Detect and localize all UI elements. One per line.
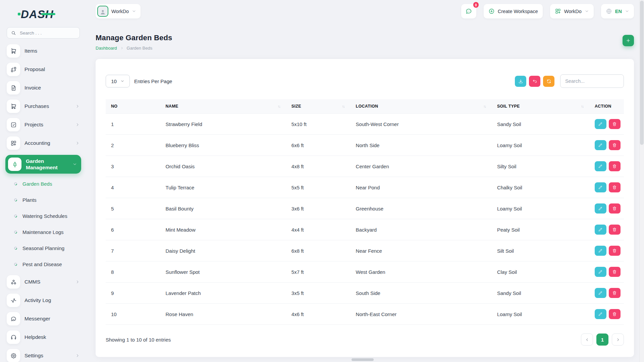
edit-row-button[interactable]: [595, 182, 606, 192]
cell-name: Strawberry Field: [162, 114, 288, 135]
trash-icon: [612, 185, 617, 190]
sort-icon[interactable]: ↑↓: [342, 104, 349, 108]
column-header-location[interactable]: LOCATION↑↓: [353, 99, 494, 114]
cell-location: Near Fence: [353, 240, 494, 261]
cell-soil-type: Clay Soil: [494, 261, 591, 283]
sidebar-search-input[interactable]: [19, 30, 75, 36]
sidebar-item-helpdesk[interactable]: Helpdesk: [7, 330, 80, 344]
edit-row-button[interactable]: [595, 140, 606, 150]
pagination-page-1[interactable]: 1: [596, 334, 608, 346]
sidebar-item-garden-management[interactable]: Garden Management: [5, 155, 81, 174]
sidebar-search: [7, 27, 80, 39]
messages-button[interactable]: 0: [461, 4, 476, 18]
sidebar-subitem-maintenance-logs[interactable]: Maintenance Logs: [14, 227, 80, 237]
delete-row-button[interactable]: [609, 182, 621, 192]
delete-row-button[interactable]: [609, 267, 621, 277]
cell-size: 3x5 ft: [288, 283, 353, 304]
table-row-blueberry-bliss: 2Blueberry Bliss6x6 ftNorth SideLoamy So…: [106, 135, 624, 156]
delete-row-button[interactable]: [609, 140, 621, 150]
sidebar-item-settings[interactable]: Settings: [7, 349, 80, 362]
language-selector[interactable]: EN: [601, 4, 634, 18]
edit-row-button[interactable]: [595, 309, 606, 319]
edit-row-button[interactable]: [595, 288, 606, 298]
column-header-soil-type[interactable]: SOIL TYPE↑↓: [494, 99, 591, 114]
delete-row-button[interactable]: [609, 161, 621, 171]
trash-icon: [612, 164, 617, 169]
horizontal-scrollbar-thumb[interactable]: [352, 358, 374, 361]
delete-row-button[interactable]: [609, 119, 621, 129]
cell-soil-type: Loamy Soil: [494, 304, 591, 325]
create-workspace-button[interactable]: Create Workspace: [484, 4, 543, 18]
app-switcher-button[interactable]: WorkDo: [550, 4, 594, 18]
sidebar-subitem-plants[interactable]: Plants: [14, 195, 80, 205]
delete-row-button[interactable]: [609, 309, 621, 319]
reset-button[interactable]: [529, 76, 540, 87]
sidebar-item-purchases[interactable]: Purchases: [7, 100, 80, 113]
bullet-icon: [13, 262, 18, 266]
breadcrumb-dashboard-link[interactable]: Dashboard: [96, 46, 117, 51]
sidebar-item-messenger[interactable]: Messenger: [7, 312, 80, 325]
sidebar-item-accounting[interactable]: Accounting: [7, 136, 80, 150]
sidebar-item-activity-log[interactable]: Activity Log: [7, 294, 80, 307]
page-title: Manage Garden Beds: [96, 34, 172, 42]
cell-name: Tulip Terrace: [162, 177, 288, 198]
chevron-right-icon: [75, 104, 80, 109]
edit-row-button[interactable]: [595, 225, 606, 235]
plus-circle-icon: [488, 8, 495, 14]
table-search-input[interactable]: [560, 74, 624, 88]
sidebar-item-invoice[interactable]: Invoice: [7, 81, 80, 95]
refresh-button[interactable]: [543, 76, 554, 87]
delete-row-button[interactable]: [609, 225, 621, 235]
edit-row-button[interactable]: [595, 246, 606, 256]
sidebar-submenu: Garden BedsPlantsWatering SchedulesMaint…: [7, 179, 80, 269]
entries-per-page-label: Entries Per Page: [134, 78, 172, 84]
cell-no: 9: [106, 283, 162, 304]
column-header-name[interactable]: NAME↑↓: [162, 99, 288, 114]
column-header-no: NO: [106, 99, 162, 114]
edit-row-button[interactable]: [595, 203, 606, 214]
delete-row-button[interactable]: [609, 203, 621, 214]
row-actions: [595, 267, 621, 277]
sidebar-subitem-garden-beds[interactable]: Garden Beds: [14, 179, 80, 189]
cell-no: 7: [106, 240, 162, 261]
cell-soil-type: Sandy Soil: [494, 283, 591, 304]
cell-soil-type: Silty Soil: [494, 156, 591, 177]
edit-row-button[interactable]: [595, 161, 606, 171]
sort-icon[interactable]: ↑↓: [278, 104, 285, 108]
column-header-size[interactable]: SIZE↑↓: [288, 99, 353, 114]
cell-location: Near Pond: [353, 177, 494, 198]
sort-icon[interactable]: ↑↓: [581, 104, 588, 108]
add-garden-bed-button[interactable]: [623, 35, 634, 46]
pagination-prev-button[interactable]: [581, 334, 593, 346]
chevron-right-icon: [75, 122, 80, 127]
cell-size: 3x6 ft: [288, 198, 353, 219]
sidebar-item-projects[interactable]: Projects: [7, 118, 80, 131]
pagination-next-button[interactable]: [612, 334, 624, 346]
sidebar-menu: ItemsProposalInvoicePurchasesProjectsAcc…: [7, 44, 80, 362]
page-header: Manage Garden Beds Dashboard Garden Beds: [96, 34, 634, 51]
delete-row-button[interactable]: [609, 246, 621, 256]
cell-size: 4x4 ft: [288, 219, 353, 240]
workspace-selector[interactable]: WorkDo: [96, 4, 141, 18]
gear-icon: [7, 349, 20, 362]
chevron-down-icon: [625, 9, 629, 13]
sidebar-subitem-watering-schedules[interactable]: Watering Schedules: [14, 211, 80, 221]
cell-name: Basil Bounty: [162, 198, 288, 219]
cell-no: 6: [106, 219, 162, 240]
delete-row-button[interactable]: [609, 288, 621, 298]
sidebar-item-cmms[interactable]: CMMS: [7, 275, 80, 289]
chevron-right-icon: [616, 338, 620, 342]
scrollbar-thumb[interactable]: [640, 1, 644, 145]
brand-logo[interactable]: DASH: [21, 8, 68, 21]
sidebar-subitem-seasonal-planning[interactable]: Seasonal Planning: [14, 243, 80, 253]
sidebar-subitem-pest-and-disease[interactable]: Pest and Disease: [14, 259, 80, 269]
vertical-scrollbar[interactable]: [639, 0, 644, 362]
sidebar-item-items[interactable]: Items: [7, 44, 80, 58]
edit-row-button[interactable]: [595, 119, 606, 129]
bullet-icon: [13, 230, 18, 234]
export-button[interactable]: [515, 76, 526, 87]
sidebar-item-proposal[interactable]: Proposal: [7, 63, 80, 76]
entries-per-page-select[interactable]: 10: [106, 75, 130, 87]
edit-row-button[interactable]: [595, 267, 606, 277]
sort-icon[interactable]: ↑↓: [483, 104, 490, 108]
